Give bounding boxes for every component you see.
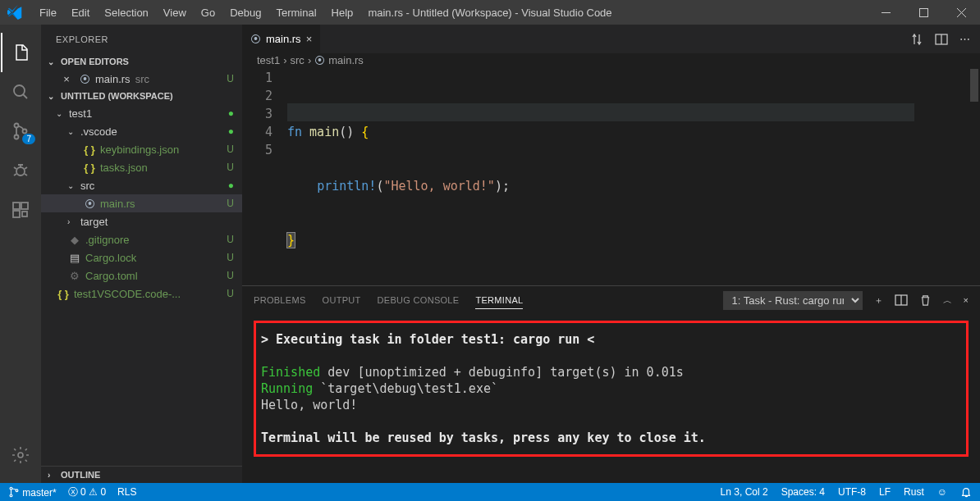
menu-bar: File Edit Selection View Go Debug Termin…: [33, 3, 359, 22]
feedback-icon[interactable]: ☺: [937, 486, 947, 498]
open-editors-header[interactable]: ⌄ OPEN EDITORS: [41, 53, 242, 70]
tree-folder-src[interactable]: ⌄ src ●: [41, 176, 242, 194]
svg-rect-0: [919, 8, 927, 16]
status-language[interactable]: Rust: [904, 486, 924, 498]
svg-rect-9: [22, 212, 27, 216]
svg-point-14: [10, 494, 12, 496]
code-content[interactable]: fn main() { println!("Hello, world!"); }: [287, 67, 980, 285]
workspace-header[interactable]: ⌄ UNTITLED (WORKSPACE): [41, 88, 242, 104]
terminal-line: Terminal will be reused by tasks, press …: [261, 430, 961, 446]
status-cursor[interactable]: Ln 3, Col 2: [721, 486, 768, 498]
minimap-viewport[interactable]: [970, 69, 978, 102]
svg-rect-7: [21, 203, 28, 209]
menu-selection[interactable]: Selection: [98, 3, 154, 22]
new-terminal-icon[interactable]: ＋: [874, 294, 883, 307]
folder-label: test1: [69, 107, 92, 120]
breadcrumb-item[interactable]: test1: [257, 54, 280, 66]
debug-activity[interactable]: [1, 151, 40, 190]
workspace-label: UNTITLED (WORKSPACE): [61, 91, 173, 101]
chevron-right-icon: ›: [48, 471, 57, 480]
notifications-icon[interactable]: [960, 486, 972, 498]
json-file-icon: { }: [82, 162, 97, 174]
more-actions-icon[interactable]: ⋯: [959, 33, 970, 46]
menu-file[interactable]: File: [33, 3, 63, 22]
menu-debug[interactable]: Debug: [223, 3, 268, 22]
close-icon[interactable]: ×: [59, 73, 74, 85]
tree-file-mainrs[interactable]: ⦿ main.rs U: [41, 194, 242, 212]
menu-terminal[interactable]: Terminal: [269, 3, 323, 22]
split-editor-icon[interactable]: [935, 33, 948, 46]
terminal[interactable]: > Executing task in folder test1: cargo …: [242, 314, 980, 483]
file-label: main.rs: [100, 198, 135, 210]
tree-file-gitignore[interactable]: ◆ .gitignore U: [41, 230, 242, 248]
close-panel-icon[interactable]: ×: [964, 295, 969, 305]
status-encoding[interactable]: UTF-8: [838, 486, 866, 498]
open-editor-item[interactable]: × ⦿ main.rs src U: [41, 70, 242, 88]
tree-folder-target[interactable]: › target: [41, 212, 242, 230]
menu-edit[interactable]: Edit: [65, 3, 96, 22]
minimap[interactable]: [914, 67, 980, 285]
status-branch[interactable]: master*: [8, 486, 57, 499]
file-label: keybindings.json: [100, 143, 179, 156]
breadcrumb-item[interactable]: main.rs: [328, 54, 364, 66]
git-status-marker: U: [227, 234, 234, 245]
panel-tabs: PROBLEMS OUTPUT DEBUG CONSOLE TERMINAL 1…: [242, 286, 980, 314]
panel-tab-output[interactable]: OUTPUT: [323, 292, 361, 308]
maximize-panel-icon[interactable]: ︿: [943, 294, 952, 307]
minimize-button[interactable]: [867, 0, 904, 25]
settings-activity[interactable]: [1, 435, 40, 475]
status-bar: master* ⓧ 0 ⚠ 0 RLS Ln 3, Col 2 Spaces: …: [0, 483, 980, 501]
menu-help[interactable]: Help: [325, 3, 360, 22]
close-window-button[interactable]: [942, 0, 980, 25]
search-activity[interactable]: [1, 72, 40, 112]
open-editor-filename: main.rs: [95, 73, 131, 85]
tree-file-tasks[interactable]: { } tasks.json U: [41, 158, 242, 176]
chevron-right-icon: ›: [67, 217, 77, 226]
svg-point-5: [16, 167, 25, 175]
tree-folder-test1[interactable]: ⌄ test1 ●: [41, 104, 242, 122]
rust-file-icon: ⦿: [82, 198, 97, 210]
git-status-marker: U: [227, 73, 234, 84]
code-editor[interactable]: 1 2 3 4 5 fn main() { println!("Hello, w…: [242, 67, 980, 285]
status-eol[interactable]: LF: [879, 486, 891, 498]
git-dot-icon: ●: [228, 180, 234, 190]
git-status-marker: U: [227, 270, 234, 281]
tab-main-rs[interactable]: ⦿ main.rs ×: [242, 25, 321, 53]
svg-rect-8: [13, 211, 20, 217]
status-indent[interactable]: Spaces: 4: [781, 486, 825, 498]
tab-label: main.rs: [266, 33, 301, 45]
breadcrumb-item[interactable]: src: [291, 54, 305, 66]
kill-terminal-icon[interactable]: [919, 294, 932, 307]
menu-view[interactable]: View: [157, 3, 193, 22]
editor-group: ⦿ main.rs × ⋯ test1› src› ⦿ main.rs 1 2 …: [242, 25, 980, 483]
panel-tab-debug-console[interactable]: DEBUG CONSOLE: [378, 292, 460, 308]
explorer-activity[interactable]: [1, 33, 40, 72]
close-icon[interactable]: ×: [306, 33, 313, 45]
tree-file-cargotoml[interactable]: ⚙ Cargo.toml U: [41, 266, 242, 285]
chevron-down-icon: ⌄: [67, 181, 77, 190]
file-label: Cargo.lock: [85, 252, 136, 264]
breadcrumbs[interactable]: test1› src› ⦿ main.rs: [242, 53, 980, 67]
file-label: Cargo.toml: [85, 270, 138, 282]
maximize-button[interactable]: [904, 0, 942, 25]
tree-file-cargolock[interactable]: ▤ Cargo.lock U: [41, 248, 242, 266]
git-dot-icon: ●: [228, 108, 234, 118]
compare-changes-icon[interactable]: [910, 33, 923, 46]
tree-folder-vscode[interactable]: ⌄ .vscode ●: [41, 122, 242, 140]
tree-file-workspace[interactable]: { } test1VSCODE.code-... U: [41, 285, 242, 303]
split-terminal-icon[interactable]: [895, 294, 908, 307]
folder-label: src: [80, 180, 94, 192]
scm-activity[interactable]: 7: [1, 112, 40, 151]
git-status-marker: U: [227, 162, 234, 173]
panel-tab-terminal[interactable]: TERMINAL: [475, 292, 523, 309]
menu-go[interactable]: Go: [195, 3, 222, 22]
svg-point-13: [10, 487, 12, 490]
terminal-selector[interactable]: 1: Task - Rust: cargo run: [723, 291, 863, 310]
status-rls[interactable]: RLS: [117, 486, 136, 498]
status-problems[interactable]: ⓧ 0 ⚠ 0: [68, 485, 106, 499]
file-tree: ⌄ test1 ● ⌄ .vscode ● { } keybindings.js…: [41, 104, 242, 466]
panel-tab-problems[interactable]: PROBLEMS: [254, 292, 306, 308]
tree-file-keybindings[interactable]: { } keybindings.json U: [41, 140, 242, 158]
outline-header[interactable]: › OUTLINE: [41, 466, 242, 483]
extensions-activity[interactable]: [1, 190, 40, 230]
